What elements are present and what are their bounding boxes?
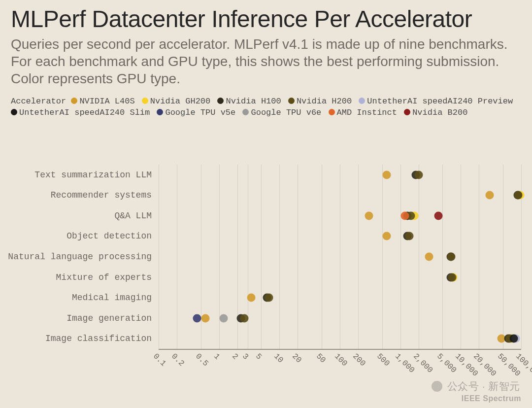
- x-axis-ticks: 0.10.20.512351020501002005001,0002,0005,…: [159, 350, 521, 377]
- legend-item: Google TPU v5e: [157, 107, 235, 119]
- data-point: [414, 170, 423, 179]
- legend-item-label: Nvidia H100: [226, 96, 281, 107]
- chart-row: Image generation: [159, 318, 521, 319]
- x-tick-label: 0.5: [194, 352, 210, 368]
- legend-item: AMD Instinct: [329, 107, 397, 119]
- page-subtitle: Queries per second per accelerator. MLPe…: [11, 35, 521, 87]
- y-category-label: Mixture of experts: [56, 272, 159, 282]
- legend-item-label: UntetherAI speedAI240 Preview: [367, 96, 513, 107]
- x-tick-label: 3: [240, 352, 250, 362]
- wechat-icon: [432, 381, 442, 392]
- legend-dot-icon: [217, 98, 224, 104]
- legend-dot-icon: [71, 98, 77, 104]
- legend-dot-icon: [329, 109, 335, 115]
- data-point: [383, 232, 391, 240]
- data-point: [240, 314, 248, 322]
- legend-item-label: NVIDIA L40S: [79, 96, 134, 107]
- y-category-label: Text summarization LLM: [34, 170, 159, 180]
- legend-item: Nvidia H100: [217, 96, 281, 107]
- y-category-label: Q&A LLM: [114, 211, 159, 221]
- x-tick-label: 100: [332, 352, 349, 368]
- data-point: [405, 232, 413, 240]
- legend-item-label: Nvidia GH200: [150, 96, 210, 107]
- data-point: [193, 314, 201, 322]
- data-point: [265, 294, 273, 302]
- data-point: [220, 314, 228, 322]
- data-point: [509, 335, 518, 343]
- x-tick-label: 5,000: [435, 352, 459, 375]
- y-category-label: Natural language processing: [8, 252, 159, 262]
- legend-dot-icon: [288, 98, 295, 104]
- data-point: [401, 211, 409, 220]
- data-point: [514, 191, 523, 200]
- legend-item: UntetherAI speedAI240 Slim: [11, 107, 150, 119]
- y-category-label: Image classification: [45, 334, 159, 343]
- x-tick-label: 500: [375, 352, 391, 368]
- legend-item: Nvidia H200: [288, 96, 352, 107]
- legend-item-label: UntetherAI speedAI240 Slim: [19, 107, 150, 119]
- x-tick-label: 200: [351, 352, 367, 368]
- chart-row: Mixture of experts: [159, 277, 521, 278]
- x-tick-label: 20: [291, 352, 303, 365]
- legend-item-label: AMD Instinct: [337, 107, 397, 119]
- legend-prefix: Accelerator: [11, 97, 66, 106]
- legend-dot-icon: [242, 109, 249, 115]
- chart-row: Q&A LLM: [159, 216, 521, 216]
- chart-row: Text summarization LLM: [159, 175, 521, 175]
- chart-row: Natural language processing: [159, 257, 521, 257]
- page-title: MLPerf Datacenter Inference Per Accelera…: [11, 6, 521, 33]
- x-tick-label: 0.1: [151, 352, 167, 368]
- data-point: [247, 294, 255, 302]
- chart-row: Object detection: [159, 236, 521, 237]
- legend-item: Google TPU v6e: [242, 107, 321, 119]
- y-category-label: Medical imaging: [72, 293, 159, 303]
- legend-dot-icon: [359, 98, 365, 104]
- chart: Text summarization LLMRecommender system…: [0, 165, 532, 377]
- y-category-label: Object detection: [66, 231, 159, 241]
- credit: IEEE Spectrum: [462, 394, 521, 403]
- x-tick-label: 10: [272, 352, 285, 365]
- legend-dot-icon: [157, 109, 163, 115]
- plot-area: Text summarization LLMRecommender system…: [159, 165, 521, 350]
- data-point: [485, 191, 494, 200]
- chart-row: Recommender systems: [159, 195, 521, 196]
- legend-item: UntetherAI speedAI240 Preview: [359, 96, 513, 107]
- x-tick-label: 5: [254, 352, 264, 362]
- legend-item: Nvidia GH200: [142, 96, 210, 107]
- legend-dot-icon: [142, 98, 148, 104]
- data-point: [365, 211, 373, 220]
- x-tick-label: 2: [230, 352, 240, 362]
- data-point: [383, 170, 391, 179]
- x-tick-label: 50: [314, 352, 327, 365]
- y-category-label: Image generation: [66, 313, 159, 323]
- chart-row: Medical imaging: [159, 298, 521, 298]
- legend-item-label: Nvidia H200: [297, 96, 352, 107]
- legend-item-label: Google TPU v5e: [165, 107, 235, 119]
- legend-item-label: Google TPU v6e: [251, 107, 321, 119]
- data-point: [447, 253, 456, 261]
- chart-row: Image classification: [159, 339, 521, 339]
- x-tick-label: 1,000: [393, 352, 416, 375]
- data-point: [448, 273, 456, 281]
- overlay-text: 公众号 · 新智元: [447, 379, 520, 393]
- legend-item: Nvidia B200: [404, 107, 467, 119]
- x-tick-label: 1: [212, 352, 222, 362]
- legend-item-label: Nvidia B200: [412, 107, 467, 119]
- x-tick-label: 0.2: [169, 352, 186, 368]
- legend: Accelerator NVIDIA L40S Nvidia GH200 Nvi…: [11, 96, 521, 119]
- legend-item: NVIDIA L40S: [71, 96, 134, 107]
- legend-dot-icon: [404, 109, 410, 115]
- legend-dot-icon: [11, 109, 17, 115]
- data-point: [201, 314, 210, 322]
- y-category-label: Recommender systems: [51, 190, 159, 200]
- data-point: [425, 253, 433, 261]
- x-tick-label: 2,000: [411, 352, 434, 375]
- data-point: [434, 211, 443, 220]
- overlay-watermark: 公众号 · 新智元: [432, 379, 520, 393]
